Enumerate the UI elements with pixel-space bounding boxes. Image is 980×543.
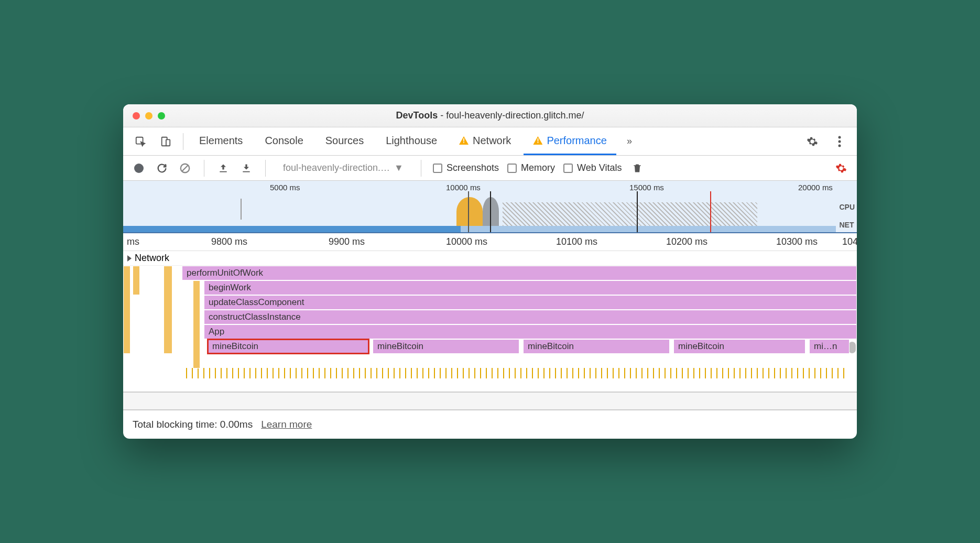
more-tabs-icon[interactable]: »	[619, 136, 639, 147]
overview-marker[interactable]	[710, 191, 711, 232]
flame-bar[interactable]: updateClassComponent	[204, 295, 857, 310]
tab-performance[interactable]: Performance	[524, 127, 616, 155]
separator	[204, 160, 204, 177]
ruler-tick: 104	[842, 236, 857, 247]
timeline-overview[interactable]: 5000 ms10000 ms15000 ms20000 ms CPU NET	[123, 181, 857, 233]
webvitals-checkbox[interactable]: Web Vitals	[563, 162, 622, 173]
flame-bar-minebitcoin[interactable]: mineBitcoin	[208, 339, 369, 354]
window-controls	[133, 112, 165, 120]
ruler-tick: ms	[127, 236, 139, 247]
flame-bar[interactable]	[123, 266, 130, 354]
screenshots-checkbox[interactable]: Screenshots	[433, 162, 499, 173]
memory-checkbox[interactable]: Memory	[507, 162, 555, 173]
upload-button[interactable]	[216, 161, 231, 176]
flame-bar-minebitcoin[interactable]: mi…n	[809, 339, 850, 354]
tab-console[interactable]: Console	[255, 127, 312, 155]
cpu-lane-label: CPU	[839, 203, 855, 211]
flame-bar[interactable]	[133, 266, 140, 295]
separator	[183, 133, 183, 150]
panel-divider[interactable]	[123, 392, 857, 410]
net-lane-label: NET	[839, 221, 855, 229]
overview-marker[interactable]	[637, 191, 638, 232]
flame-bar[interactable]	[193, 280, 200, 368]
ruler-tick: 10100 ms	[556, 236, 597, 247]
overview-tick: 5000 ms	[270, 183, 300, 192]
minimize-window-icon[interactable]	[145, 112, 153, 120]
ruler-tick: 9800 ms	[211, 236, 247, 247]
flame-bar[interactable]	[164, 266, 172, 354]
flame-bar-minebitcoin[interactable]: mineBitcoin	[373, 339, 519, 354]
flame-tick-marks	[186, 368, 846, 378]
ruler-tick: 10300 ms	[776, 236, 818, 247]
capture-settings-icon[interactable]	[834, 161, 848, 176]
ruler-tick: 10000 ms	[446, 236, 487, 247]
tab-sources[interactable]: Sources	[316, 127, 373, 155]
warning-icon	[533, 136, 542, 145]
learn-more-link[interactable]: Learn more	[261, 419, 312, 430]
flame-chart[interactable]: performUnitOfWorkbeginWorkupdateClassCom…	[123, 266, 857, 392]
performance-toolbar: foul-heavenly-direction.… ▼ Screenshots …	[123, 156, 857, 181]
close-window-icon[interactable]	[133, 112, 140, 120]
profile-selector[interactable]: foul-heavenly-direction.… ▼	[277, 160, 409, 176]
flame-bar-minebitcoin[interactable]: mineBitcoin	[523, 339, 670, 354]
flame-bar[interactable]: performUnitOfWork	[182, 266, 857, 280]
ruler-tick: 9900 ms	[329, 236, 365, 247]
clear-button[interactable]	[178, 161, 192, 176]
svg-point-5	[839, 144, 841, 147]
timeline-ruler[interactable]: ms9800 ms9900 ms10000 ms10100 ms10200 ms…	[123, 233, 857, 251]
chevron-down-icon: ▼	[394, 162, 404, 173]
scrollbar-thumb[interactable]	[848, 342, 856, 353]
svg-rect-2	[166, 139, 170, 146]
device-toggle-icon[interactable]	[155, 131, 177, 153]
blocking-time-label: Total blocking time: 0.00ms	[133, 419, 253, 430]
window-title: DevTools - foul-heavenly-direction.glitc…	[396, 110, 584, 121]
warning-icon	[459, 136, 469, 145]
inspect-icon[interactable]	[129, 131, 151, 153]
flame-bar[interactable]: beginWork	[204, 280, 857, 295]
flame-bar[interactable]: App	[204, 324, 857, 339]
devtools-window: DevTools - foul-heavenly-direction.glitc…	[123, 104, 857, 439]
overview-tick: 20000 ms	[798, 183, 833, 192]
settings-gear-icon[interactable]	[801, 131, 823, 153]
overview-marker[interactable]	[490, 191, 491, 232]
trash-button[interactable]	[630, 161, 645, 176]
tab-lighthouse[interactable]: Lighthouse	[376, 127, 447, 155]
tab-network[interactable]: Network	[450, 127, 520, 155]
expand-icon	[127, 255, 132, 262]
separator	[421, 160, 421, 177]
overview-activity	[182, 192, 836, 226]
maximize-window-icon[interactable]	[158, 112, 165, 120]
footer-status: Total blocking time: 0.00ms Learn more	[123, 410, 857, 439]
flame-bar[interactable]: constructClassInstance	[204, 310, 857, 324]
kebab-menu-icon[interactable]	[829, 131, 851, 153]
ruler-tick: 10200 ms	[666, 236, 707, 247]
panel-tabs: Elements Console Sources Lighthouse Netw…	[123, 127, 857, 156]
svg-point-4	[839, 140, 841, 143]
network-section-header[interactable]: Network	[123, 251, 857, 266]
flame-bar-minebitcoin[interactable]: mineBitcoin	[673, 339, 805, 354]
download-button[interactable]	[239, 161, 254, 176]
overview-tick: 15000 ms	[629, 183, 664, 192]
titlebar: DevTools - foul-heavenly-direction.glitc…	[123, 104, 857, 127]
record-button[interactable]	[132, 161, 146, 176]
overview-marker[interactable]	[468, 191, 469, 232]
svg-point-3	[839, 136, 841, 138]
separator	[265, 160, 266, 177]
overview-tick: 10000 ms	[446, 183, 481, 192]
tab-elements[interactable]: Elements	[190, 127, 252, 155]
reload-button[interactable]	[155, 161, 169, 176]
